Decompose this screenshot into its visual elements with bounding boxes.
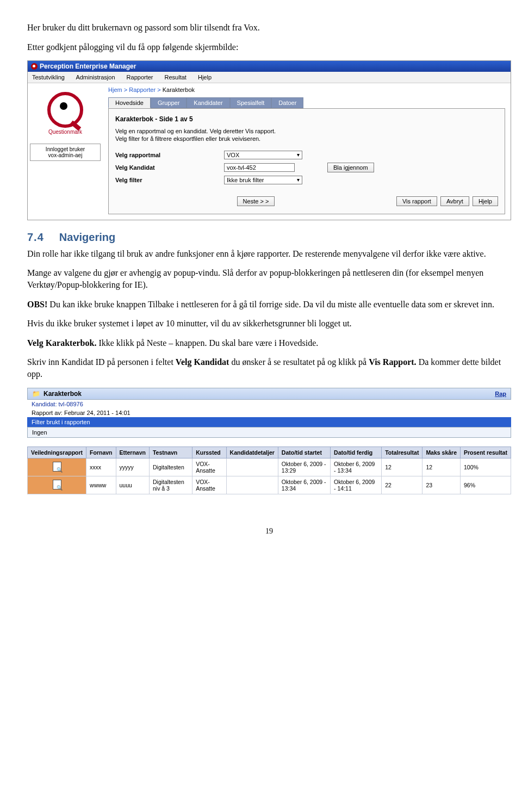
sidebar: Questionmark Innlogget bruker vox-admin-… (28, 83, 103, 220)
th-start: Dato/tid startet (278, 447, 330, 458)
cell-slutt: Oktober 6, 2009 - 13:34 (331, 458, 382, 476)
th-etternavn: Etternavn (116, 447, 149, 458)
panel-desc-1: Velg en rapportmal og en kandidat. Velg … (115, 127, 498, 135)
th-prosent: Prosent resultat (461, 447, 511, 458)
select-rapportmal[interactable]: VOX (224, 151, 302, 159)
para-8: Skriv inn Kandidat ID på personen i felt… (27, 356, 511, 380)
cell-total: 12 (382, 458, 422, 476)
kb-titlebar: 📁 Karakterbok Rap (27, 388, 511, 400)
label-kandidat: Velg Kandidat (115, 164, 224, 171)
result-table: Veiledningsrapport Fornavn Etternavn Tes… (27, 447, 511, 494)
filter-value: Ingen (27, 427, 511, 438)
menu-rapporter[interactable]: Rapporter (127, 74, 153, 80)
menu-hjelp[interactable]: Hjelp (198, 74, 212, 80)
input-kandidat[interactable]: vox-tvl-452 (224, 163, 295, 172)
menu-administrasjon[interactable]: Administrasjon (76, 74, 115, 80)
user-label: Innlogget bruker (32, 146, 99, 152)
cell-start: Oktober 6, 2009 - 13:29 (278, 458, 330, 476)
tab-spesialfelt[interactable]: Spesialfelt (230, 97, 272, 108)
cell-etternavn: uuuu (116, 476, 149, 494)
para-5-text: Du kan ikke bruke knappen Tilbake i nett… (47, 300, 494, 309)
para-8b: Velg Kandidat (176, 357, 229, 367)
para-5: OBS! Du kan ikke bruke knappen Tilbake i… (27, 299, 511, 311)
cell-maks: 12 (422, 458, 461, 476)
breadcrumb-current: Karakterbok (163, 86, 195, 93)
filter-title-bar: Filter brukt i rapporten (27, 417, 511, 427)
th-ferdig: Dato/tid ferdig (331, 447, 382, 458)
cell-prosent: 100% (461, 458, 511, 476)
th-kandidatdetaljer: Kandidatdetaljer (226, 447, 278, 458)
cell-prosent: 96% (461, 476, 511, 494)
tabs: Hovedside Grupper Kandidater Spesialfelt… (103, 97, 511, 108)
cell-fornavn: wwww (86, 476, 116, 494)
cell-maks: 23 (422, 476, 461, 494)
panel-desc-2: Velg filter for å filtrere eksportfilen … (115, 135, 498, 142)
para-7: Velg Karakterbok. Ikke klikk på Neste – … (27, 337, 511, 349)
tab-grupper[interactable]: Grupper (151, 97, 187, 108)
logo-label: Questionmark (30, 129, 101, 135)
para-8c: du ønsker å se resultatet på og klikk på (229, 357, 369, 367)
cell-start: Oktober 6, 2009 - 13:34 (278, 476, 330, 494)
cell-test: Digitaltesten (149, 458, 192, 476)
logged-in-user-box: Innlogget bruker vox-admin-aej (30, 144, 101, 161)
window-title: Perception Enterprise Manager (40, 63, 136, 70)
app-icon (31, 63, 38, 70)
menu-testutvikling[interactable]: Testutvikling (32, 74, 65, 80)
table-row: wwww uuuu Digitaltesten niv å 3 VOX-Ansa… (28, 476, 511, 494)
folder-icon: 📁 (32, 390, 40, 398)
section-heading: 7.4Navigering (27, 231, 511, 244)
th-fornavn: Fornavn (86, 447, 116, 458)
th-testnavn: Testnavn (149, 447, 192, 458)
cell-slutt: Oktober 6, 2009 - 14:11 (331, 476, 382, 494)
menu-bar: Testutvikling Administrasjon Rapporter R… (28, 72, 511, 83)
panel-title: Karakterbok - Side 1 av 5 (115, 115, 498, 123)
th-maks: Maks skåre (422, 447, 461, 458)
breadcrumb-hjem[interactable]: Hjem (108, 86, 122, 93)
show-report-button[interactable]: Vis rapport (396, 196, 437, 206)
pem-screenshot: Perception Enterprise Manager Testutvikl… (27, 60, 511, 220)
tab-kandidater[interactable]: Kandidater (187, 97, 229, 108)
questionmark-logo (47, 92, 83, 128)
para-8d: Vis Rapport. (369, 357, 416, 367)
cell-total: 22 (382, 476, 422, 494)
section-title-text: Navigering (59, 231, 115, 243)
breadcrumb: Hjem > Rapporter > Karakterbok (103, 83, 511, 97)
kandidat-value: tvl-08976 (59, 401, 83, 407)
window-titlebar: Perception Enterprise Manager (28, 61, 511, 72)
kb-meta-kandidat: Kandidat: tvl-08976 (27, 400, 511, 408)
select-filter[interactable]: Ikke bruk filter (224, 176, 302, 184)
browse-button[interactable]: Bla igjennom (327, 163, 374, 172)
menu-resultat[interactable]: Resultat (165, 74, 187, 80)
th-kurssted: Kurssted (192, 447, 226, 458)
report-icon (53, 480, 61, 489)
intro-line-2: Etter godkjent pålogging vil du få opp f… (27, 41, 511, 53)
tab-hovedside[interactable]: Hovedside (108, 97, 151, 108)
para-3: Din rolle har ikke tilgang til bruk av a… (27, 248, 511, 260)
label-rapportmal: Velg rapportmal (115, 152, 224, 158)
kb-title: Karakterbok (44, 390, 82, 398)
para-7-text: Ikke klikk på Neste – knappen. Du skal b… (96, 338, 318, 348)
kandidat-label: Kandidat: (32, 401, 57, 407)
cell-etternavn: yyyyy (116, 458, 149, 476)
report-icon-cell[interactable] (28, 458, 86, 476)
panel: Karakterbok - Side 1 av 5 Velg en rappor… (108, 108, 505, 214)
section-number: 7.4 (27, 231, 44, 243)
para-8a: Skriv inn Kandidat ID på personen i felt… (27, 357, 176, 367)
tab-datoer[interactable]: Datoer (271, 97, 303, 108)
kb-meta-rapportav: Rapport av: Februar 24, 2011 - 14:01 (27, 408, 511, 417)
help-button[interactable]: Hjelp (473, 196, 498, 206)
velg-karakterbok: Velg Karakterbok. (27, 338, 96, 348)
rap-link[interactable]: Rap (495, 390, 506, 397)
cancel-button[interactable]: Avbryt (440, 196, 469, 206)
report-icon-cell[interactable] (28, 476, 86, 494)
cell-detaljer (226, 476, 278, 494)
next-button[interactable]: Neste > > (237, 196, 275, 206)
breadcrumb-rapporter[interactable]: Rapporter (129, 86, 156, 93)
cell-fornavn: xxxx (86, 458, 116, 476)
intro-line-1: Her bruker du ditt brukernavn og passord… (27, 22, 511, 34)
obs-label: OBS! (27, 300, 47, 309)
panel-description: Velg en rapportmal og en kandidat. Velg … (115, 127, 498, 143)
para-4: Mange av valgene du gjør er avhengig av … (27, 267, 511, 290)
para-6: Hvis du ikke bruker systemet i løpet av … (27, 318, 511, 330)
label-filter: Velg filter (115, 177, 224, 183)
